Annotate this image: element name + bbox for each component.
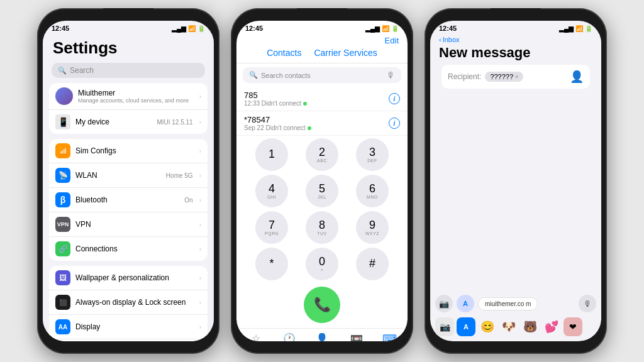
emoji-dog[interactable]: 🐶: [499, 317, 518, 336]
search-contacts[interactable]: 🔍 Search contacts 🎙: [243, 67, 401, 83]
status-icons: ▂▄▆ 📶 🔋: [172, 25, 205, 32]
display-row[interactable]: AA Display ›: [49, 315, 208, 339]
emoji-app-store[interactable]: A: [457, 317, 475, 336]
phone-contacts: 12:45 ▂▄▆ 📶 🔋 Edit Contacts Carrier Serv…: [231, 8, 413, 354]
chevron-icon: ›: [199, 246, 201, 253]
tab-carrier-services[interactable]: Carrier Services: [314, 48, 377, 59]
camera-icon[interactable]: 📷: [435, 295, 453, 312]
nav-favorites[interactable]: ☆ Favorites: [246, 332, 267, 341]
bluetooth-icon: β: [55, 192, 70, 207]
sim-row[interactable]: 📶 Sim Configs ›: [49, 139, 208, 163]
vpn-row[interactable]: VPN VPN ›: [49, 212, 208, 237]
contact-item[interactable]: *78547 Sep 22 Didn't connect i: [236, 111, 408, 136]
voicemail-icon: 📼: [350, 332, 363, 341]
device-value: MIUI 12.5.11: [157, 119, 192, 126]
emoji-row: 📷 A 😊 🐶 🐻 💕 ❤: [435, 315, 596, 337]
chevron-icon: ›: [199, 221, 201, 228]
dial-2[interactable]: 2ABC: [306, 138, 338, 171]
time: 12:45: [439, 25, 457, 32]
status-bar: 12:45 ▂▄▆ 📶 🔋: [430, 21, 601, 33]
avatar: [55, 87, 73, 105]
remove-recipient-icon[interactable]: ×: [515, 74, 518, 80]
emoji-pink[interactable]: 💕: [542, 317, 561, 336]
device-name: My device: [75, 118, 152, 126]
dial-3[interactable]: 3DEF: [356, 138, 389, 171]
emoji-bear[interactable]: 🐻: [521, 317, 540, 336]
wallpaper-icon: 🖼: [55, 270, 70, 285]
always-on-row[interactable]: ⬛ Always-on display & Lock screen ›: [49, 290, 208, 315]
profile-card: Miuithemer Manage accounts, cloud servic…: [49, 83, 208, 134]
wlan-row[interactable]: 📡 WLAN Home 5G ›: [49, 163, 208, 188]
recents-icon: 🕐: [283, 332, 296, 341]
back-button[interactable]: ‹ Inbox: [439, 36, 592, 43]
contacts-tabs: Contacts Carrier Services: [236, 47, 408, 63]
vpn-icon: VPN: [55, 217, 70, 232]
app-icon[interactable]: A: [457, 295, 474, 312]
suggestion-text: miuithemer.co m: [485, 300, 531, 307]
phone-messages: 12:45 ▂▄▆ 📶 🔋 ‹ Inbox New message Recipi…: [425, 8, 607, 354]
vpn-text: VPN: [75, 220, 194, 229]
bluetooth-value: On: [184, 197, 192, 204]
message-area: [430, 92, 601, 288]
dial-5[interactable]: 5JKL: [306, 175, 338, 207]
wifi-icon: 📶: [575, 25, 583, 32]
wallpaper-row[interactable]: 🖼 Wallpaper & personalization ›: [49, 266, 208, 290]
nav-keypad[interactable]: ⌨ Keypad: [381, 332, 398, 341]
sim-text: Sim Configs: [75, 146, 194, 155]
bluetooth-row[interactable]: β Bluetooth On ›: [49, 188, 208, 212]
always-on-text: Always-on display & Lock screen: [75, 298, 194, 307]
back-label: Inbox: [443, 36, 460, 43]
connections-icon: 🔗: [55, 241, 70, 256]
contact-status: 12:33 Didn't connect: [244, 100, 384, 107]
add-contact-icon[interactable]: 👤: [570, 70, 584, 84]
dial-hash[interactable]: #: [356, 248, 389, 280]
contact-item[interactable]: 785 12:33 Didn't connect i: [236, 87, 408, 111]
edit-button[interactable]: Edit: [385, 36, 399, 45]
dial-9[interactable]: 9WXYZ: [356, 211, 389, 244]
nav-contacts[interactable]: 👤 Contacts: [313, 332, 333, 341]
keypad-icon: ⌨: [382, 332, 397, 341]
device-row[interactable]: 📱 My device MIUI 12.5.11 ›: [49, 110, 208, 134]
time: 12:45: [52, 25, 69, 32]
personalization-settings-card: 🖼 Wallpaper & personalization › ⬛ Always…: [49, 266, 208, 341]
favorites-icon: ☆: [252, 332, 260, 341]
nav-recents[interactable]: 🕐 Recents: [280, 332, 299, 341]
dial-6[interactable]: 6MNO: [356, 175, 389, 207]
tab-contacts[interactable]: Contacts: [267, 48, 301, 59]
dial-8[interactable]: 8TUV: [306, 211, 338, 244]
wlan-value: Home 5G: [166, 172, 193, 179]
call-button[interactable]: 📞: [304, 287, 340, 323]
info-icon[interactable]: i: [389, 93, 400, 104]
connections-label: Connections: [75, 244, 194, 253]
chevron-icon: ›: [199, 119, 201, 126]
recipient-chip[interactable]: ?????? ×: [485, 72, 523, 82]
dialpad-row: 4GHI 5JKL 6MNO: [247, 175, 397, 207]
emoji-more[interactable]: ❤: [564, 317, 582, 336]
sounds-row[interactable]: 🔔 Sounds & Haptics ›: [49, 339, 208, 341]
emoji-face1[interactable]: 😊: [478, 317, 497, 336]
dial-7[interactable]: 7PQRS: [255, 211, 288, 244]
suggestion-chip[interactable]: miuithemer.co m: [478, 297, 538, 310]
dial-1[interactable]: 1: [255, 138, 288, 171]
search-icon: 🔍: [58, 67, 67, 75]
dial-4[interactable]: 4GHI: [255, 175, 288, 207]
phone2-header: Edit: [236, 33, 408, 47]
dialpad: 1 2ABC 3DEF 4GHI 5JKL 6MNO 7PQRS 8TUV 9W…: [236, 136, 408, 284]
nav-voicemail[interactable]: 📼 Voicemail: [346, 332, 367, 341]
mic-icon[interactable]: 🎙: [579, 295, 596, 312]
chevron-icon: ›: [199, 324, 201, 331]
profile-name: Miuithemer: [78, 89, 194, 97]
dial-0[interactable]: 0+: [306, 248, 338, 280]
settings-content: Settings 🔍 Search Miuithemer Manage acco…: [43, 33, 214, 341]
search-bar[interactable]: 🔍 Search: [52, 63, 205, 78]
profile-row[interactable]: Miuithemer Manage accounts, cloud servic…: [49, 83, 208, 110]
info-icon[interactable]: i: [389, 118, 400, 129]
contacts-icon: 👤: [316, 332, 328, 341]
connections-row[interactable]: 🔗 Connections ›: [49, 237, 208, 261]
wlan-icon: 📡: [55, 168, 70, 183]
wlan-text: WLAN: [75, 171, 161, 180]
emoji-camera[interactable]: 📷: [435, 317, 454, 336]
messages-header: ‹ Inbox New message Recipient: ?????? × …: [430, 33, 601, 92]
dial-star[interactable]: *: [255, 248, 288, 280]
wifi-icon: 📶: [382, 25, 389, 32]
